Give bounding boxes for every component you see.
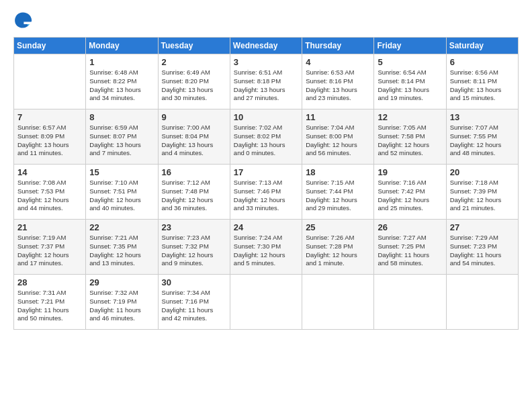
day-cell: 23Sunrise: 7:23 AM Sunset: 7:32 PM Dayli… — [158, 220, 230, 275]
day-info: Sunrise: 7:32 AM Sunset: 7:19 PM Dayligh… — [89, 289, 154, 323]
day-info: Sunrise: 7:02 AM Sunset: 8:02 PM Dayligh… — [234, 124, 298, 158]
day-number: 17 — [234, 167, 298, 177]
day-cell: 10Sunrise: 7:02 AM Sunset: 8:02 PM Dayli… — [230, 109, 302, 165]
day-cell: 14Sunrise: 7:08 AM Sunset: 7:53 PM Dayli… — [14, 165, 86, 220]
day-info: Sunrise: 7:10 AM Sunset: 7:51 PM Dayligh… — [89, 179, 154, 213]
day-info: Sunrise: 6:54 AM Sunset: 8:14 PM Dayligh… — [378, 68, 442, 103]
day-cell: 4Sunrise: 6:53 AM Sunset: 8:16 PM Daylig… — [302, 54, 374, 109]
day-info: Sunrise: 7:12 AM Sunset: 7:48 PM Dayligh… — [162, 179, 226, 213]
day-cell: 12Sunrise: 7:05 AM Sunset: 7:58 PM Dayli… — [374, 109, 446, 165]
day-number: 24 — [234, 222, 298, 232]
day-cell — [302, 275, 374, 330]
day-number: 18 — [306, 167, 370, 177]
weekday-header-saturday: Saturday — [446, 38, 518, 54]
day-info: Sunrise: 7:19 AM Sunset: 7:37 PM Dayligh… — [17, 234, 82, 268]
day-number: 11 — [306, 112, 370, 122]
day-number: 9 — [162, 112, 226, 122]
day-cell: 16Sunrise: 7:12 AM Sunset: 7:48 PM Dayli… — [158, 165, 230, 220]
day-cell: 21Sunrise: 7:19 AM Sunset: 7:37 PM Dayli… — [14, 220, 86, 275]
day-number: 10 — [234, 112, 298, 122]
day-number: 29 — [89, 277, 154, 287]
day-number: 1 — [89, 57, 154, 67]
day-number: 25 — [306, 222, 370, 232]
day-cell: 24Sunrise: 7:24 AM Sunset: 7:30 PM Dayli… — [230, 220, 302, 275]
day-cell: 29Sunrise: 7:32 AM Sunset: 7:19 PM Dayli… — [86, 275, 158, 330]
day-info: Sunrise: 7:34 AM Sunset: 7:16 PM Dayligh… — [162, 289, 226, 323]
day-info: Sunrise: 7:00 AM Sunset: 8:04 PM Dayligh… — [162, 124, 226, 158]
weekday-header-wednesday: Wednesday — [230, 38, 302, 54]
weekday-header-thursday: Thursday — [302, 38, 374, 54]
day-cell: 17Sunrise: 7:13 AM Sunset: 7:46 PM Dayli… — [230, 165, 302, 220]
day-info: Sunrise: 7:21 AM Sunset: 7:35 PM Dayligh… — [89, 234, 154, 268]
day-cell: 15Sunrise: 7:10 AM Sunset: 7:51 PM Dayli… — [86, 165, 158, 220]
day-cell: 7Sunrise: 6:57 AM Sunset: 8:09 PM Daylig… — [14, 109, 86, 165]
calendar-table: SundayMondayTuesdayWednesdayThursdayFrid… — [13, 37, 519, 330]
day-cell — [14, 54, 86, 109]
day-info: Sunrise: 7:08 AM Sunset: 7:53 PM Dayligh… — [17, 179, 82, 213]
day-info: Sunrise: 7:26 AM Sunset: 7:28 PM Dayligh… — [306, 234, 370, 268]
weekday-header-row: SundayMondayTuesdayWednesdayThursdayFrid… — [14, 38, 519, 54]
day-number: 30 — [162, 277, 226, 287]
day-info: Sunrise: 6:53 AM Sunset: 8:16 PM Dayligh… — [306, 68, 370, 103]
day-info: Sunrise: 6:57 AM Sunset: 8:09 PM Dayligh… — [17, 124, 82, 158]
day-cell: 30Sunrise: 7:34 AM Sunset: 7:16 PM Dayli… — [158, 275, 230, 330]
day-number: 20 — [450, 167, 515, 177]
day-info: Sunrise: 6:51 AM Sunset: 8:18 PM Dayligh… — [234, 68, 298, 103]
day-cell: 20Sunrise: 7:18 AM Sunset: 7:39 PM Dayli… — [446, 165, 518, 220]
day-info: Sunrise: 7:15 AM Sunset: 7:44 PM Dayligh… — [306, 179, 370, 213]
day-number: 27 — [450, 222, 515, 232]
day-info: Sunrise: 7:31 AM Sunset: 7:21 PM Dayligh… — [17, 289, 82, 323]
day-info: Sunrise: 6:49 AM Sunset: 8:20 PM Dayligh… — [162, 68, 226, 103]
day-number: 3 — [234, 57, 298, 67]
day-number: 23 — [162, 222, 226, 232]
day-info: Sunrise: 7:29 AM Sunset: 7:23 PM Dayligh… — [450, 234, 515, 268]
day-cell: 19Sunrise: 7:16 AM Sunset: 7:42 PM Dayli… — [374, 165, 446, 220]
day-cell — [374, 275, 446, 330]
day-cell: 6Sunrise: 6:56 AM Sunset: 8:11 PM Daylig… — [446, 54, 518, 109]
day-info: Sunrise: 6:48 AM Sunset: 8:22 PM Dayligh… — [89, 68, 154, 103]
day-number: 13 — [450, 112, 515, 122]
day-number: 16 — [162, 167, 226, 177]
weekday-header-monday: Monday — [86, 38, 158, 54]
day-number: 7 — [17, 112, 82, 122]
day-number: 6 — [450, 57, 515, 67]
day-number: 5 — [378, 57, 442, 67]
day-info: Sunrise: 6:56 AM Sunset: 8:11 PM Dayligh… — [450, 68, 515, 103]
week-row-5: 28Sunrise: 7:31 AM Sunset: 7:21 PM Dayli… — [14, 275, 519, 330]
logo-icon — [13, 10, 32, 29]
week-row-1: 1Sunrise: 6:48 AM Sunset: 8:22 PM Daylig… — [14, 54, 519, 109]
week-row-4: 21Sunrise: 7:19 AM Sunset: 7:37 PM Dayli… — [14, 220, 519, 275]
day-cell: 27Sunrise: 7:29 AM Sunset: 7:23 PM Dayli… — [446, 220, 518, 275]
logo — [13, 10, 34, 29]
day-info: Sunrise: 7:18 AM Sunset: 7:39 PM Dayligh… — [450, 179, 515, 213]
week-row-2: 7Sunrise: 6:57 AM Sunset: 8:09 PM Daylig… — [14, 109, 519, 165]
day-info: Sunrise: 7:23 AM Sunset: 7:32 PM Dayligh… — [162, 234, 226, 268]
page: SundayMondayTuesdayWednesdayThursdayFrid… — [0, 0, 532, 411]
day-info: Sunrise: 7:04 AM Sunset: 8:00 PM Dayligh… — [306, 124, 370, 158]
day-info: Sunrise: 7:05 AM Sunset: 7:58 PM Dayligh… — [378, 124, 442, 158]
day-cell: 1Sunrise: 6:48 AM Sunset: 8:22 PM Daylig… — [86, 54, 158, 109]
day-number: 21 — [17, 222, 82, 232]
weekday-header-sunday: Sunday — [14, 38, 86, 54]
day-number: 14 — [17, 167, 82, 177]
day-number: 19 — [378, 167, 442, 177]
day-cell — [446, 275, 518, 330]
day-number: 22 — [89, 222, 154, 232]
day-number: 12 — [378, 112, 442, 122]
day-cell: 18Sunrise: 7:15 AM Sunset: 7:44 PM Dayli… — [302, 165, 374, 220]
weekday-header-tuesday: Tuesday — [158, 38, 230, 54]
day-cell: 3Sunrise: 6:51 AM Sunset: 8:18 PM Daylig… — [230, 54, 302, 109]
day-cell: 8Sunrise: 6:59 AM Sunset: 8:07 PM Daylig… — [86, 109, 158, 165]
day-cell — [230, 275, 302, 330]
day-info: Sunrise: 7:24 AM Sunset: 7:30 PM Dayligh… — [234, 234, 298, 268]
day-number: 28 — [17, 277, 82, 287]
day-number: 26 — [378, 222, 442, 232]
day-number: 15 — [89, 167, 154, 177]
day-info: Sunrise: 7:16 AM Sunset: 7:42 PM Dayligh… — [378, 179, 442, 213]
day-cell: 22Sunrise: 7:21 AM Sunset: 7:35 PM Dayli… — [86, 220, 158, 275]
day-cell: 5Sunrise: 6:54 AM Sunset: 8:14 PM Daylig… — [374, 54, 446, 109]
day-cell: 28Sunrise: 7:31 AM Sunset: 7:21 PM Dayli… — [14, 275, 86, 330]
day-number: 4 — [306, 57, 370, 67]
day-info: Sunrise: 6:59 AM Sunset: 8:07 PM Dayligh… — [89, 124, 154, 158]
day-info: Sunrise: 7:13 AM Sunset: 7:46 PM Dayligh… — [234, 179, 298, 213]
